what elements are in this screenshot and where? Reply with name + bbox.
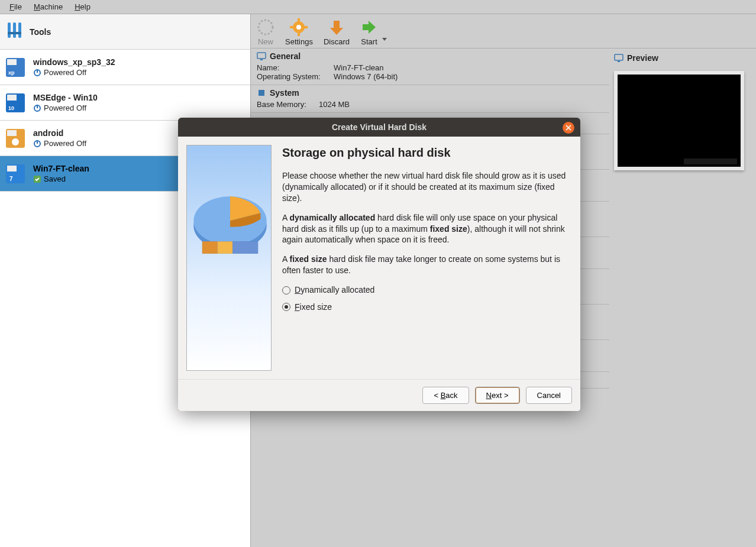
dialog-titlebar[interactable]: Create Virtual Hard Disk — [178, 118, 580, 137]
tools-button[interactable]: Tools — [0, 14, 250, 50]
discard-label: Discard — [324, 37, 350, 46]
vm-name-label: MSEdge - Win10 — [33, 93, 98, 102]
vm-os-icon: 10 — [6, 93, 25, 112]
dialog-p3: A fixed size hard disk file may take lon… — [282, 254, 572, 276]
svg-rect-15 — [7, 130, 17, 136]
vm-os-icon — [6, 129, 25, 148]
vm-item-windows-xp[interactable]: xp windows_xp_sp3_32 Powered Off — [0, 50, 250, 85]
dialog-close-button[interactable] — [563, 122, 574, 134]
saved-icon — [33, 175, 41, 183]
discard-icon — [328, 18, 345, 36]
preview-header: Preview — [627, 53, 658, 63]
general-section: General Name:Win7-FT-clean Operating Sys… — [251, 48, 609, 85]
svg-rect-5 — [7, 59, 17, 65]
vm-status-label: Powered Off — [44, 139, 86, 148]
svg-rect-10 — [7, 95, 17, 101]
svg-rect-34 — [618, 61, 620, 62]
svg-rect-18 — [37, 140, 38, 144]
dialog-illustration — [186, 145, 272, 371]
power-icon — [33, 104, 41, 112]
svg-point-25 — [296, 25, 301, 30]
menu-machine[interactable]: Machine — [28, 1, 69, 12]
vm-status-label: Powered Off — [44, 103, 86, 112]
next-button[interactable]: Next > — [475, 387, 520, 404]
chip-icon — [257, 88, 266, 98]
vm-name-label: android — [33, 128, 86, 138]
radio-icon — [282, 303, 290, 311]
svg-rect-1 — [13, 22, 16, 38]
svg-rect-31 — [260, 59, 263, 60]
vm-name-label: windows_xp_sp3_32 — [33, 57, 115, 67]
vm-name-label: Win7-FT-clean — [33, 164, 89, 173]
new-icon — [257, 18, 274, 36]
tools-icon — [6, 21, 24, 43]
menu-file[interactable]: File — [4, 1, 28, 12]
discard-button[interactable]: Discard — [324, 18, 350, 46]
system-header: System — [270, 88, 299, 98]
start-dropdown-icon[interactable] — [382, 36, 387, 42]
close-icon — [566, 125, 571, 131]
dialog-heading: Storage on physical hard disk — [282, 145, 572, 161]
mem-value: 1024 MB — [319, 100, 350, 109]
svg-rect-40 — [232, 241, 258, 254]
os-key: Operating System: — [257, 72, 334, 81]
name-key: Name: — [257, 63, 334, 72]
dialog-p2: A dynamically allocated hard disk file w… — [282, 212, 572, 246]
vm-status-label: Powered Off — [44, 68, 86, 77]
svg-rect-0 — [8, 22, 11, 38]
svg-rect-38 — [202, 241, 218, 254]
new-label: New — [258, 37, 273, 46]
svg-rect-2 — [18, 22, 21, 38]
tools-label: Tools — [30, 27, 51, 37]
system-section: System Base Memory:1024 MB — [251, 85, 609, 113]
dialog-title: Create Virtual Hard Disk — [332, 122, 427, 132]
monitor-icon — [614, 53, 623, 63]
start-button[interactable]: Start — [360, 18, 378, 46]
vm-os-icon: 7 — [6, 164, 25, 183]
radio-icon — [282, 286, 290, 294]
svg-text:7: 7 — [9, 176, 13, 182]
mem-key: Base Memory: — [257, 100, 319, 109]
svg-text:xp: xp — [8, 70, 15, 76]
vm-item-msedge[interactable]: 10 MSEdge - Win10 Powered Off — [0, 85, 250, 121]
svg-rect-3 — [8, 32, 21, 34]
menu-help[interactable]: Help — [69, 1, 96, 12]
svg-rect-13 — [37, 105, 38, 108]
radio-dynamically-allocated[interactable]: Dynamically allocated — [282, 284, 572, 296]
menubar: File Machine Help — [0, 0, 756, 14]
back-button[interactable]: < Back — [422, 387, 469, 404]
pie-icon — [180, 193, 280, 264]
svg-rect-39 — [218, 241, 233, 254]
new-button: New — [257, 18, 274, 46]
gear-icon — [290, 18, 308, 36]
radio-label: Fixed size — [295, 302, 332, 313]
preview-thumbnail[interactable] — [614, 71, 744, 170]
monitor-icon — [257, 51, 266, 61]
svg-point-16 — [12, 138, 19, 145]
svg-rect-20 — [7, 166, 17, 171]
create-vhd-dialog: Create Virtual Hard Disk Storage on phys… — [178, 118, 580, 411]
svg-rect-32 — [259, 90, 264, 96]
vm-status-label: Saved — [44, 174, 66, 183]
cancel-button[interactable]: Cancel — [526, 387, 572, 404]
general-header: General — [270, 51, 301, 61]
name-value: Win7-FT-clean — [334, 63, 384, 72]
settings-label: Settings — [285, 37, 313, 46]
settings-button[interactable]: Settings — [285, 18, 313, 46]
radio-fixed-size[interactable]: Fixed size — [282, 302, 572, 313]
svg-point-23 — [259, 20, 273, 34]
radio-label: Dynamically allocated — [295, 284, 374, 296]
power-icon — [33, 140, 41, 148]
svg-rect-8 — [37, 69, 38, 73]
main-toolbar: New Settings Discard Start — [251, 14, 756, 48]
os-value: Windows 7 (64-bit) — [334, 72, 398, 81]
vm-os-icon: xp — [6, 58, 25, 77]
start-label: Start — [361, 37, 377, 46]
power-icon — [33, 69, 41, 77]
svg-rect-33 — [615, 54, 623, 60]
svg-text:10: 10 — [8, 105, 14, 111]
svg-rect-30 — [257, 53, 266, 59]
start-icon — [360, 18, 378, 36]
dialog-p1: Please choose whether the new virtual ha… — [282, 170, 572, 204]
